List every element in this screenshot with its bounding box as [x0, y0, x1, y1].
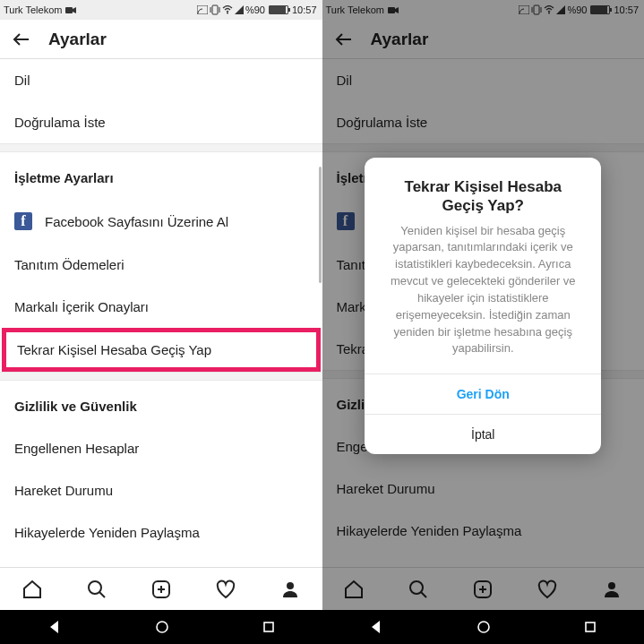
nav-recent-icon[interactable] [262, 620, 276, 634]
svg-point-11 [287, 582, 294, 589]
svg-point-26 [478, 622, 489, 632]
section-divider [0, 143, 322, 152]
heading-label: Gizlilik ve Güvenlik [14, 399, 137, 414]
row-dogrulama[interactable]: Doğrulama İste [0, 101, 322, 143]
svg-rect-0 [65, 7, 73, 13]
dialog-primary-button[interactable]: Geri Dön [365, 374, 601, 414]
svg-rect-1 [197, 5, 208, 14]
phone-right: Turk Telekom %90 10:57 Ayarlar [322, 0, 645, 644]
svg-point-5 [227, 13, 228, 14]
svg-rect-27 [586, 623, 595, 631]
row-label: Markalı İçerik Onayları [14, 299, 149, 314]
svg-line-7 [99, 592, 105, 597]
confirm-dialog: Tekrar Kişisel Hesaba Geçiş Yap? Yeniden… [365, 158, 601, 454]
cast-icon [197, 5, 208, 14]
row-engellenen[interactable]: Engellenen Hesaplar [0, 427, 322, 469]
svg-rect-13 [264, 623, 273, 631]
nav-home-icon[interactable] [155, 620, 169, 634]
row-label: Hikayelerde Yeniden Paylaşma [14, 525, 200, 540]
row-label: Tanıtım Ödemeleri [14, 257, 125, 272]
svg-point-6 [89, 581, 101, 594]
dialog-secondary-button[interactable]: İptal [365, 414, 601, 454]
bottom-tabbar [0, 567, 322, 610]
carrier-label: Turk Telekom [4, 4, 62, 15]
clock: 10:57 [292, 4, 317, 15]
dialog-body: Yeniden kişisel bir hesaba geçiş yaparsa… [365, 223, 601, 374]
signal-icon [235, 5, 244, 14]
battery-icon [269, 5, 288, 14]
row-label: Dil [14, 73, 30, 88]
svg-rect-2 [212, 5, 218, 14]
highlight-gecis: Tekrar Kişisel Hesaba Geçiş Yap [2, 328, 321, 372]
row-gecis[interactable]: Tekrar Kişisel Hesaba Geçiş Yap [6, 332, 316, 367]
battery-pct: %90 [245, 4, 265, 15]
row-hareket[interactable]: Hareket Durumu [0, 469, 322, 511]
status-bar: Turk Telekom %90 10:57 [0, 0, 322, 20]
phone-left: Turk Telekom %90 10:57 Ayarlar Dil Doğru… [0, 0, 322, 644]
add-post-icon[interactable] [150, 579, 172, 600]
android-navbar [322, 610, 645, 644]
row-tanitim[interactable]: Tanıtım Ödemeleri [0, 244, 322, 286]
search-icon[interactable] [86, 579, 107, 600]
row-hikayelerde[interactable]: Hikayelerde Yeniden Paylaşma [0, 511, 322, 554]
home-icon[interactable] [21, 579, 43, 600]
row-label: Tekrar Kişisel Hesaba Geçiş Yap [17, 342, 211, 357]
dialog-title: Tekrar Kişisel Hesaba Geçiş Yap? [365, 158, 601, 223]
heading-isletme: İşletme Ayarları [0, 152, 322, 199]
svg-point-12 [157, 622, 167, 632]
profile-icon[interactable] [279, 579, 301, 600]
nav-home-icon[interactable] [477, 620, 491, 634]
vibrate-icon [210, 4, 220, 15]
row-label: Doğrulama İste [14, 115, 106, 130]
row-label: Facebook Sayfasını Üzerine Al [45, 214, 228, 229]
android-navbar [0, 610, 322, 644]
nav-back-icon[interactable] [47, 619, 63, 635]
heading-gizlilik: Gizlilik ve Güvenlik [0, 381, 322, 427]
heart-icon[interactable] [215, 579, 236, 600]
row-label: Hareket Durumu [14, 483, 113, 498]
facebook-icon: f [14, 212, 32, 230]
section-divider [0, 372, 322, 381]
heading-label: İşletme Ayarları [14, 170, 114, 185]
header: Ayarlar [0, 20, 322, 59]
row-cutoff[interactable] [0, 554, 322, 567]
row-facebook[interactable]: f Facebook Sayfasını Üzerine Al [0, 199, 322, 244]
nav-back-icon[interactable] [368, 619, 384, 635]
back-icon[interactable] [11, 29, 32, 50]
nav-recent-icon[interactable] [583, 620, 597, 634]
settings-list[interactable]: Dil Doğrulama İste İşletme Ayarları f Fa… [0, 59, 322, 567]
video-icon [65, 6, 76, 14]
wifi-icon [222, 5, 233, 14]
page-title: Ayarlar [48, 30, 107, 49]
scrollbar-thumb[interactable] [319, 167, 322, 283]
row-label: Engellenen Hesaplar [14, 441, 139, 456]
row-markali[interactable]: Markalı İçerik Onayları [0, 286, 322, 328]
row-dil[interactable]: Dil [0, 59, 322, 101]
